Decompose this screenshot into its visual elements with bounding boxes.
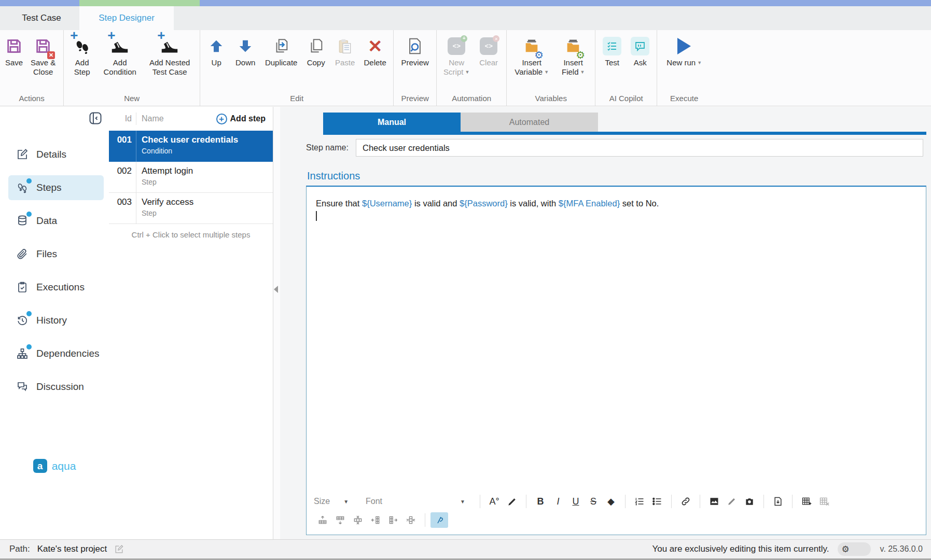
step-name-input[interactable] bbox=[356, 139, 923, 157]
duplicate-button[interactable]: Duplicate bbox=[261, 32, 301, 68]
sidebar-item-discussion[interactable]: Discussion bbox=[8, 374, 104, 399]
arrow-up-icon bbox=[209, 34, 224, 58]
paste-button[interactable]: Paste bbox=[331, 32, 359, 68]
insert-column-right-icon[interactable] bbox=[384, 512, 402, 528]
settings-button[interactable]: ⚙ bbox=[838, 542, 871, 556]
sidebar-item-files[interactable]: Files bbox=[8, 242, 104, 267]
preview-button[interactable]: Preview bbox=[397, 32, 433, 68]
move-up-button[interactable]: Up bbox=[203, 32, 229, 68]
ribbon-group-ai-copilot: Test Ask AI Copilot bbox=[595, 30, 657, 106]
eraser-icon[interactable]: ◆ bbox=[602, 494, 620, 509]
clear-script-button[interactable]: <>✕ Clear bbox=[474, 32, 503, 68]
mode-tabs: Manual Automated bbox=[323, 113, 598, 132]
sidebar-item-data[interactable]: Data bbox=[8, 208, 104, 233]
chevron-down-icon: ▼ bbox=[465, 69, 469, 75]
step-editor-panel: Manual Automated Step name: Instructions… bbox=[280, 107, 931, 539]
collapse-panel-arrow-icon[interactable] bbox=[274, 286, 278, 293]
save-button[interactable]: Save bbox=[3, 32, 25, 68]
bullet-list-icon[interactable] bbox=[648, 494, 666, 509]
delete-column-icon[interactable] bbox=[402, 512, 420, 528]
highlight-variables-toggle[interactable] bbox=[430, 512, 448, 528]
status-bar: Path: Kate's test project You are exclus… bbox=[0, 539, 931, 558]
step-row-002[interactable]: 002 Attempt login Step bbox=[109, 162, 273, 193]
step-name-row: Step name: bbox=[280, 139, 931, 157]
step-name-label: Step name: bbox=[306, 143, 356, 152]
ribbon-group-label: New bbox=[67, 92, 197, 106]
sidebar-item-details[interactable]: Details bbox=[8, 142, 104, 167]
move-down-button[interactable]: Down bbox=[230, 32, 260, 68]
ai-test-button[interactable]: Test bbox=[599, 32, 626, 68]
new-script-button[interactable]: <>+ New Script▼ bbox=[440, 32, 473, 78]
screenshot-camera-icon[interactable] bbox=[741, 494, 758, 509]
instruction-text: is valid and bbox=[412, 199, 460, 208]
path-value: Kate's test project bbox=[37, 544, 107, 554]
delete-row-icon[interactable] bbox=[349, 512, 367, 528]
tab-automated[interactable]: Automated bbox=[461, 113, 598, 132]
delete-button[interactable]: ✕ Delete bbox=[360, 32, 390, 68]
edit-path-icon[interactable] bbox=[114, 544, 124, 554]
ordered-list-icon[interactable] bbox=[631, 494, 648, 509]
sidebar-collapse-button[interactable] bbox=[88, 111, 103, 125]
instructions-editor: Ensure that ${Username} is valid and ${P… bbox=[306, 186, 926, 535]
tab-manual[interactable]: Manual bbox=[323, 113, 461, 132]
highlight-pen-icon[interactable] bbox=[503, 494, 521, 509]
sidebar-item-executions[interactable]: Executions bbox=[8, 275, 104, 300]
underline-button[interactable]: U bbox=[567, 494, 585, 509]
gear-icon: ⚙ bbox=[842, 544, 850, 555]
insert-row-above-icon[interactable] bbox=[314, 512, 331, 528]
step-row-003[interactable]: 003 Verify access Step bbox=[109, 193, 273, 224]
active-tab-underline bbox=[323, 132, 926, 135]
italic-button[interactable]: I bbox=[549, 494, 567, 509]
new-run-button[interactable]: New run▼ bbox=[660, 32, 708, 68]
chevron-down-icon: ▼ bbox=[697, 60, 702, 65]
ribbon-toolbar: Save ✕ Save & Close Actions + bbox=[0, 30, 931, 106]
insert-table-icon[interactable] bbox=[798, 494, 815, 509]
add-step-list-button[interactable]: + Add step bbox=[216, 114, 266, 124]
insert-variable-button[interactable]: ⚙ Insert Variable▼ bbox=[510, 32, 553, 78]
add-step-button[interactable]: + Add Step bbox=[67, 32, 97, 78]
sidebar-item-steps[interactable]: Steps bbox=[8, 175, 104, 200]
insert-row-below-icon[interactable] bbox=[331, 512, 349, 528]
insert-image-icon[interactable] bbox=[705, 494, 723, 509]
add-condition-button[interactable]: + Add Condition bbox=[98, 32, 142, 78]
duplicate-icon bbox=[272, 34, 290, 58]
database-icon bbox=[16, 214, 29, 228]
strikethrough-button[interactable]: S bbox=[585, 494, 602, 509]
ribbon-group-label: AI Copilot bbox=[599, 92, 654, 106]
instructions-text-area[interactable]: Ensure that ${Username} is valid and ${P… bbox=[307, 187, 926, 490]
save-close-button[interactable]: ✕ Save & Close bbox=[26, 32, 60, 78]
step-row-001[interactable]: 001 Check user credentials Condition bbox=[109, 131, 273, 162]
draw-pencil-icon[interactable] bbox=[723, 494, 741, 509]
font-family-dropdown[interactable]: Font▼ bbox=[366, 497, 475, 506]
ribbon-group-label: Actions bbox=[3, 92, 60, 106]
add-nested-test-case-button[interactable]: + Add Nested Test Case bbox=[143, 32, 197, 78]
link-icon[interactable] bbox=[677, 494, 694, 509]
ribbon-group-edit: Up Down Duplicate bbox=[200, 30, 394, 106]
insert-field-button[interactable]: ⚙ Insert Field▼ bbox=[554, 32, 592, 78]
delete-table-icon[interactable] bbox=[815, 494, 833, 509]
column-header-name: Name bbox=[136, 113, 216, 125]
gear-icon: ⚙ bbox=[576, 50, 585, 60]
font-color-button[interactable]: A° bbox=[485, 494, 503, 509]
bold-button[interactable]: B bbox=[532, 494, 549, 509]
checklist-icon bbox=[603, 34, 621, 58]
export-document-icon[interactable] bbox=[769, 494, 787, 509]
exclusive-editing-message: You are exclusively editing this item cu… bbox=[652, 544, 829, 554]
tab-test-case[interactable]: Test Case bbox=[10, 6, 73, 30]
instructions-title: Instructions bbox=[307, 170, 360, 182]
ai-ask-button[interactable]: Ask bbox=[627, 32, 654, 68]
notification-dot bbox=[26, 344, 32, 349]
notification-dot bbox=[26, 212, 32, 217]
panel-divider bbox=[273, 107, 280, 539]
sidebar-item-history[interactable]: History bbox=[8, 308, 104, 333]
content-area: Details Steps bbox=[0, 107, 931, 539]
document-tab-bar: Test Case Step Designer bbox=[0, 6, 931, 30]
font-size-dropdown[interactable]: Size▼ bbox=[314, 497, 366, 506]
copy-button[interactable]: Copy bbox=[302, 32, 330, 68]
insert-column-left-icon[interactable] bbox=[367, 512, 384, 528]
add-step-icon: + bbox=[73, 34, 91, 58]
paste-icon bbox=[337, 34, 353, 58]
sidebar-item-dependencies[interactable]: Dependencies bbox=[8, 341, 104, 366]
ribbon-group-label: Edit bbox=[203, 92, 390, 106]
tab-step-designer[interactable]: Step Designer bbox=[79, 6, 174, 30]
